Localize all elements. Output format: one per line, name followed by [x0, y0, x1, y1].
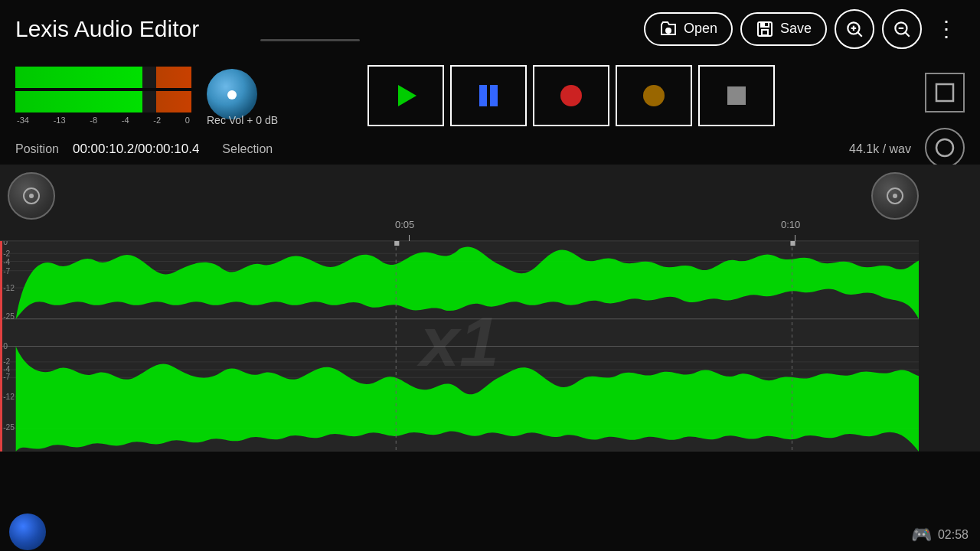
record-icon — [556, 80, 586, 111]
svg-text:-4: -4 — [3, 258, 10, 266]
svg-text:0: 0 — [3, 241, 8, 246]
svg-rect-18 — [727, 86, 746, 105]
bottom-right-controls: 🎮 02:58 — [911, 525, 969, 545]
svg-text:-12: -12 — [3, 393, 15, 401]
stop-button[interactable] — [698, 65, 775, 126]
vol-track — [260, 39, 360, 41]
svg-text:-25: -25 — [3, 312, 15, 321]
circle-button[interactable] — [925, 128, 965, 168]
svg-point-25 — [893, 194, 897, 198]
open-button[interactable]: Open — [644, 12, 733, 46]
open-icon — [659, 20, 678, 38]
svg-text:-12: -12 — [3, 284, 15, 292]
vol-knob-dot — [227, 90, 237, 99]
selection-label: Selection — [222, 142, 273, 156]
zoom-out-button[interactable] — [882, 9, 922, 49]
info-row: Position 00:00:10.2/00:00:10.4 Selection… — [0, 134, 980, 165]
more-button[interactable]: ⋮ — [929, 16, 965, 41]
vol-knob-container: Rec Vol + 0 dB — [207, 65, 337, 126]
bottom-circle-button[interactable] — [9, 514, 46, 550]
timeline-tick-mark-0-10 — [795, 235, 795, 241]
play-button[interactable] — [368, 65, 444, 126]
playhead[interactable] — [0, 241, 2, 452]
open-label: Open — [684, 21, 717, 37]
svg-text:-25: -25 — [3, 424, 15, 432]
save-icon — [756, 20, 774, 38]
timeline-tick-0-10: 0:10 — [781, 219, 800, 230]
left-marker[interactable] — [8, 172, 55, 220]
transport-buttons — [368, 65, 775, 126]
position-label: Position — [15, 142, 59, 156]
svg-rect-14 — [479, 85, 487, 106]
bottom-bar: 🎮 02:58 — [0, 513, 980, 551]
vu-green-top — [15, 67, 142, 88]
zoom-in-icon — [844, 19, 864, 39]
selection-start-handle — [394, 241, 399, 246]
svg-point-20 — [936, 139, 953, 156]
zoom-in-button[interactable] — [835, 9, 874, 49]
left-marker-icon — [20, 184, 43, 207]
controls-row: -34 -13 -8 -4 -2 0 Rec Vol + 0 dB — [0, 57, 980, 134]
vu-green-bottom — [15, 91, 142, 112]
vu-bar-top — [15, 67, 191, 88]
svg-text:-7: -7 — [3, 267, 10, 276]
vu-orange-bottom — [156, 91, 191, 112]
svg-rect-15 — [490, 85, 498, 106]
svg-point-17 — [643, 85, 665, 106]
app-header: Lexis Audio Editor Open Save — [0, 0, 980, 57]
svg-line-7 — [858, 32, 861, 36]
vu-meter: -34 -13 -8 -4 -2 0 — [15, 67, 191, 125]
square-icon — [934, 82, 956, 103]
save-button[interactable]: Save — [740, 12, 827, 46]
svg-rect-5 — [763, 23, 764, 26]
square-button[interactable] — [925, 73, 965, 112]
record-pause-button[interactable] — [616, 65, 692, 126]
circle-icon — [934, 137, 956, 158]
record-button[interactable] — [533, 65, 609, 126]
svg-text:-7: -7 — [3, 373, 10, 381]
svg-marker-13 — [398, 85, 416, 106]
timeline-ruler: 0:05 0:10 — [0, 217, 919, 241]
record-pause-icon — [639, 80, 669, 111]
vu-bar-bottom — [15, 91, 191, 112]
svg-line-11 — [905, 32, 909, 36]
watermark-text: x1 — [416, 302, 499, 381]
pause-icon — [473, 80, 504, 111]
right-marker-icon — [884, 184, 906, 207]
app-title: Lexis Audio Editor — [15, 16, 644, 42]
vu-orange-top — [156, 67, 191, 88]
right-marker[interactable] — [871, 172, 919, 220]
waveform-area: 0:05 0:10 0 -2 -4 -7 -12 -25 0 -2 -4 -7 — [0, 165, 980, 452]
stop-icon — [721, 80, 752, 111]
svg-text:0: 0 — [3, 342, 8, 350]
position-value: 00:00:10.2/00:00:10.4 — [73, 142, 199, 157]
svg-rect-4 — [762, 30, 768, 35]
gamepad-icon: 🎮 — [911, 525, 932, 545]
timeline-tick-mark-0-05 — [409, 235, 410, 241]
selection-end-handle — [790, 241, 795, 246]
format-info: 44.1k / wav — [849, 142, 911, 156]
vol-label: Rec Vol + 0 dB — [207, 114, 278, 126]
svg-point-16 — [560, 85, 582, 106]
save-label: Save — [780, 21, 812, 37]
waveform-svg[interactable]: 0 -2 -4 -7 -12 -25 0 -2 -4 -7 -12 -25 x1 — [0, 241, 919, 452]
timeline-tick-0-05: 0:05 — [395, 219, 414, 230]
play-icon — [390, 80, 421, 111]
svg-point-23 — [29, 194, 34, 198]
header-actions: Open Save ⋮ — [644, 9, 965, 49]
vu-labels: -34 -13 -8 -4 -2 0 — [15, 116, 191, 125]
svg-rect-19 — [936, 84, 953, 101]
zoom-out-icon — [892, 19, 912, 39]
time-display: 02:58 — [938, 528, 969, 542]
pause-button[interactable] — [450, 65, 527, 126]
svg-point-1 — [667, 29, 669, 31]
vol-knob[interactable] — [207, 69, 257, 119]
